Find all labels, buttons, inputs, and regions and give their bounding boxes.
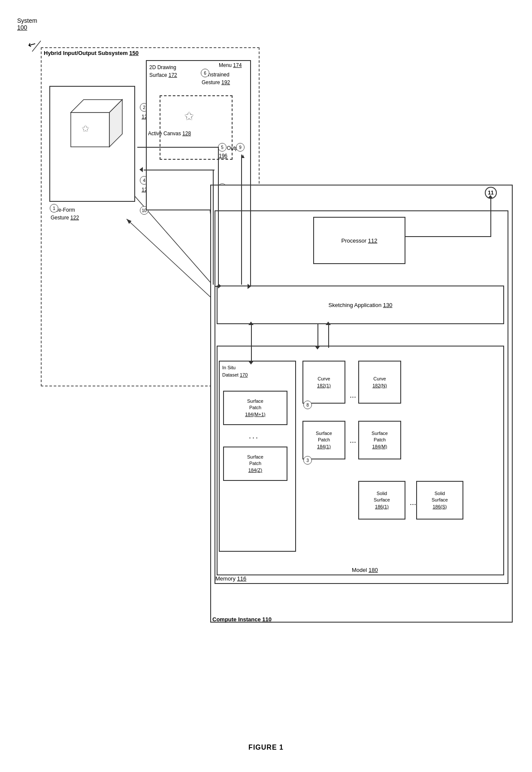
system-label: System 100 [17,17,37,31]
surface-patch-m-label: SurfacePatch184(M) [372,430,388,450]
processor-label: Processor 112 [342,237,378,244]
insitu-patch-m1-label: SurfacePatch184(M+1) [245,398,265,418]
sketching-label: Sketching Application 130 [329,302,393,308]
arrow-3d-to-sketch-v [218,147,219,288]
cube-illustration: ✩ [54,91,131,160]
insitu-dots: ... [249,432,259,441]
arrowhead-2d-sketch [248,284,251,289]
compute-label: Compute Instance 110 [212,616,272,623]
insitu-patch-z-box: SurfacePatch184(Z) [223,447,287,481]
freeform-gesture: Gesture 122 [51,214,79,222]
arrow-2d-to-sketch-v [250,133,251,286]
arrow-sketch-to-3d-h [144,170,215,170]
arrow-sketch-to-2d-v [241,155,242,285]
insitu-patch-m1-box: SurfacePatch184(M+1) [223,391,287,425]
circle-3: 3 [303,456,312,465]
insitu-patch-z-label: SurfacePatch184(Z) [247,454,263,474]
arrowhead-insitu-down [248,361,254,365]
curve-n-label: Curve182(N) [372,375,387,389]
arrow-3d-to-sketch-h [137,147,219,148]
solid-s-box: SolidSurface186(S) [416,481,463,520]
solid-dots: ... [410,498,416,507]
surface-patch-m-box: SurfacePatch184(M) [358,421,401,459]
solid-s-label: SolidSurface186(S) [432,490,448,510]
arrowhead-proc-11 [488,195,493,198]
system-bracket-icon: ↙ [26,37,38,51]
arrow-insitu-v [251,324,252,363]
surface-patch-1-box: SurfacePatch184(1) [302,421,345,459]
circle-1: 1 [50,204,58,213]
menu-label: Menu 174 [219,62,242,68]
model-label: Model 180 [352,567,378,573]
drawing-2d-label: 2D Drawing Surface 172 [149,64,177,79]
solid-1-box: SolidSurface186(1) [358,481,405,520]
solid-1-label: SolidSurface186(1) [374,490,390,510]
svg-rect-13 [71,112,109,147]
circle-6: 6 [201,69,209,77]
star-icon: ✩ [184,109,194,123]
circle-9: 9 [236,143,245,152]
arrowhead-sketch-3d [139,167,143,172]
arrowhead-model-sketch [326,322,331,325]
surface-dots: ... [350,436,356,445]
circle-8: 8 [303,401,312,409]
system-number: 100 [17,24,37,31]
processor-box: Processor 112 [313,217,405,264]
figure-label: FIGURE 1 [248,744,284,751]
arrow-model-sketch [328,324,329,348]
arrowhead-insitu-up [248,322,254,325]
surface-patch-1-label: SurfacePatch184(1) [316,430,332,450]
memory-label: Memory 116 [215,575,246,582]
arrow-sketch-model [317,324,318,348]
active-canvas-label: Active Canvas 128 [148,130,191,137]
insitu-label: In SituDataset 170 [220,362,295,381]
arrow-proc-11-h [405,236,491,237]
arrow-proc-11-v [490,198,491,237]
curve-n-box: Curve182(N) [358,361,401,404]
system-text: System [17,17,37,24]
sketching-box: Sketching Application 130 [217,286,504,324]
hybrid-number: 150 [129,50,139,56]
arrow-sketch-to-3d-v [213,170,214,285]
hybrid-label-text: Hybrid Input/Output Subsystem [44,50,129,56]
curve-1-label: Curve182(1) [317,375,331,389]
circle-5: 5 [218,143,227,152]
svg-text:✩: ✩ [82,123,89,134]
box-3d-device: ✩ [49,86,135,202]
arrowhead-sketch-2d [241,152,245,158]
arrowhead-3d-sketch [218,283,221,289]
arrowhead-sketch-model [315,346,320,350]
curve-dots: ... [350,391,356,400]
curve-1-box: Curve182(1) [302,361,345,404]
hybrid-label: Hybrid Input/Output Subsystem 150 [44,50,139,56]
